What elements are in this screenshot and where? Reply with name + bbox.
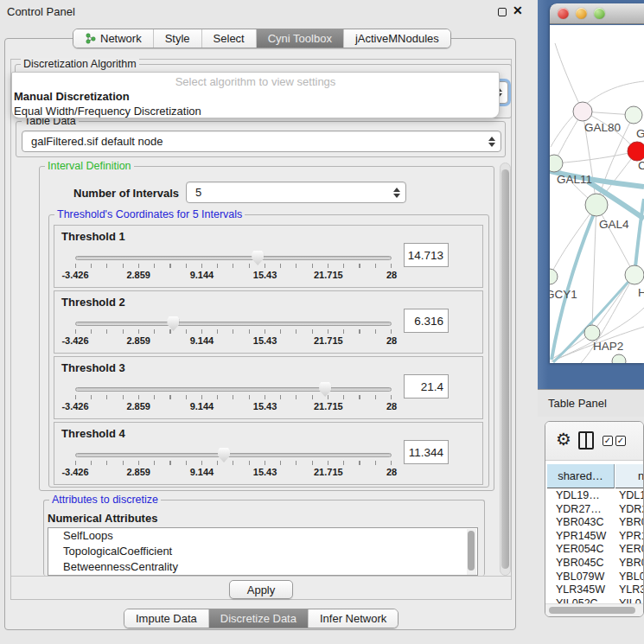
network-window: GAL80 GA C GAL11 GAL4 GCY1 H HAP2 [550, 3, 644, 363]
slider-track[interactable] [75, 387, 392, 392]
threshold-label: Threshold 3 [61, 361, 125, 374]
threshold-slider[interactable]: -3.426 2.859 9.144 15.43 21.715 28 [75, 250, 392, 286]
thresholds-group-label: Threshold's Coordinates for 5 Intervals [54, 208, 245, 220]
tab-jactivemnodules[interactable]: jActiveMNodules [344, 29, 450, 48]
node-label: GAL4 [599, 218, 629, 231]
window-minimize-button[interactable] [576, 8, 587, 19]
tab-network[interactable]: Network [73, 29, 154, 48]
slider-track[interactable] [75, 256, 392, 260]
threshold-slider[interactable]: -3.426 2.859 9.144 15.43 21.715 28 [75, 381, 392, 418]
node-label: GA [636, 127, 644, 140]
list-scrollbar-thumb[interactable] [468, 531, 475, 571]
threshold-panel: Threshold 4 -3.426 2.859 9.144 15.43 21.… [54, 422, 483, 485]
numerical-attributes-label: Numerical Attributes [48, 512, 157, 525]
node-gal80[interactable] [573, 102, 592, 121]
node-cut-bottom[interactable] [612, 354, 626, 363]
tab-impute-data[interactable]: Impute Data [124, 609, 209, 628]
network-graph: GAL80 GA C GAL11 GAL4 GCY1 H HAP2 [550, 25, 644, 363]
settings-scrollbar-thumb[interactable] [501, 169, 509, 569]
window-close-button[interactable] [558, 8, 569, 19]
list-item[interactable]: TopologicalCoefficient [48, 544, 477, 559]
table-row[interactable]: YLR345WYLR3 [547, 583, 644, 597]
slider-ticks [75, 461, 392, 465]
table-row[interactable]: YPR145WYPR1 [547, 530, 644, 544]
threshold-panel: Threshold 1 -3.426 2.859 9.144 15.43 21.… [54, 225, 483, 288]
node-gal4[interactable] [585, 194, 608, 216]
column-header-name[interactable]: na [615, 464, 644, 488]
slider-track[interactable] [75, 453, 392, 457]
table-hscrollbar-thumb[interactable] [549, 607, 635, 614]
network-window-titlebar[interactable] [550, 3, 644, 24]
table-window: ⚙ ✓ ✓ shared… na YDL19…YDL1 YDR27…YDR2 Y… [545, 421, 644, 617]
table-row[interactable]: YDR27…YDR2 [547, 503, 644, 517]
node-red-selected[interactable] [628, 142, 644, 161]
close-icon[interactable]: ✕ [513, 3, 523, 17]
node-h[interactable] [625, 265, 644, 284]
discretization-group-label: Discretization Algorithm [21, 58, 139, 70]
node-label: HAP2 [593, 340, 623, 353]
combo-stepper-icon[interactable] [393, 188, 400, 198]
number-of-intervals-combobox[interactable]: 5 [186, 182, 406, 203]
threshold-slider[interactable]: -3.426 2.859 9.144 15.43 21.715 28 [75, 316, 392, 352]
checkbox-icon[interactable]: ✓ [615, 436, 626, 446]
apply-button[interactable]: Apply [229, 580, 293, 599]
tab-cyni-toolbox[interactable]: Cyni Toolbox [257, 29, 344, 48]
table-row[interactable]: YBR043CYBR0 [547, 516, 644, 530]
window-zoom-button[interactable] [594, 8, 605, 19]
threshold-value-field[interactable]: 14.713 [404, 243, 449, 267]
slider-ticks [75, 395, 392, 399]
dropdown-option-equal-width[interactable]: Equal Width/Frequency Discretization [14, 105, 201, 118]
threshold-label: Threshold 2 [61, 296, 125, 309]
column-header-shared-name[interactable]: shared… [547, 464, 615, 488]
node-label: C [638, 159, 644, 172]
tab-style[interactable]: Style [154, 29, 202, 48]
split-view-icon[interactable] [578, 431, 594, 450]
table-toolbar: ⚙ ✓ ✓ [545, 422, 643, 461]
algorithm-dropdown-popup: Select algorithm to view settings Manual… [11, 72, 500, 118]
attributes-group-label: Attributes to discretize [49, 494, 161, 506]
node-gcy1[interactable] [550, 269, 558, 284]
threshold-value-field[interactable]: 6.316 [404, 309, 449, 333]
tab-infer-network[interactable]: Infer Network [309, 609, 398, 628]
node-label: GCY1 [550, 288, 577, 301]
network-icon [85, 33, 96, 44]
node-label: GAL11 [557, 173, 592, 186]
node-gal11[interactable] [550, 155, 563, 172]
network-canvas[interactable]: GAL80 GA C GAL11 GAL4 GCY1 H HAP2 [550, 25, 644, 363]
panel-title: Control Panel [7, 5, 75, 18]
table-panel-header: Table Panel [538, 389, 644, 417]
threshold-value-field[interactable]: 11.344 [404, 440, 449, 464]
list-item[interactable]: SelfLoops [48, 528, 477, 544]
table-row[interactable]: YER054CYER0 [547, 543, 644, 557]
attributes-list[interactable]: SelfLoops TopologicalCoefficient Between… [48, 527, 478, 576]
interval-definition-label: Interval Definition [45, 160, 134, 172]
slider-track[interactable] [75, 322, 392, 326]
combo-stepper-icon[interactable] [488, 137, 495, 147]
tab-select[interactable]: Select [202, 29, 257, 48]
table-data-combobox[interactable]: galFiltered.sif default node [22, 131, 501, 152]
threshold-value-field[interactable]: 21.4 [404, 374, 449, 399]
node-label: GAL80 [584, 121, 621, 134]
dropdown-hint: Select algorithm to view settings [12, 75, 499, 88]
table-row[interactable]: YBL079WYBL0 [547, 571, 644, 584]
top-tab-bar: Network Style Select Cyni Toolbox jActiv… [73, 29, 451, 48]
number-of-intervals-label: Number of Intervals [73, 187, 179, 200]
bottom-tab-bar: Impute Data Discretize Data Infer Networ… [124, 609, 399, 628]
threshold-slider[interactable]: -3.426 2.859 9.144 15.43 21.715 28 [75, 447, 392, 483]
table-row[interactable]: YBR045CYBR0 [547, 557, 644, 571]
float-window-icon[interactable] [498, 8, 507, 16]
dropdown-option-manual[interactable]: Manual Discretization [14, 90, 130, 103]
table-row[interactable]: YDL19…YDL1 [547, 489, 644, 503]
slider-ticks [75, 264, 392, 268]
list-item[interactable]: BetweennessCentrality [48, 559, 477, 575]
threshold-panel: Threshold 2 -3.426 2.859 9.144 15.43 21.… [54, 290, 483, 354]
list-scrollbar-track[interactable] [467, 529, 476, 576]
node-cut-top-right[interactable] [625, 106, 642, 124]
node-hap2[interactable] [584, 325, 600, 341]
checkbox-icon[interactable]: ✓ [603, 436, 613, 446]
table-hscrollbar-track[interactable] [545, 603, 643, 616]
gear-icon[interactable]: ⚙ [556, 429, 571, 450]
tab-discretize-data[interactable]: Discretize Data [209, 609, 309, 628]
threshold-label: Threshold 1 [61, 230, 125, 243]
number-of-intervals-value: 5 [195, 186, 201, 199]
